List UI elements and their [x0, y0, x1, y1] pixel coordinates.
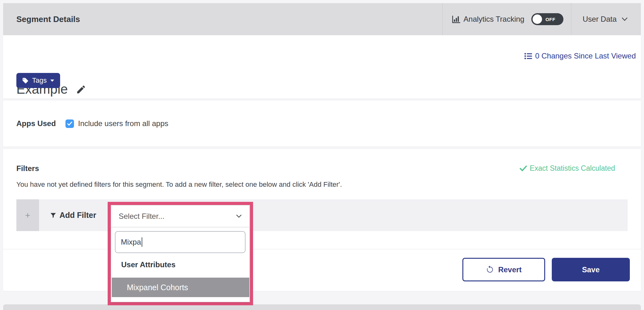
tags-caret-icon	[50, 79, 54, 82]
tag-icon	[22, 77, 29, 84]
apps-used-label: Apps Used	[16, 119, 65, 128]
dropdown-option-mixpanel-cohorts[interactable]: Mixpanel Cohorts	[112, 278, 249, 297]
changes-since-last-viewed-link[interactable]: 0 Changes Since Last Viewed	[524, 52, 636, 60]
revert-icon	[486, 266, 494, 274]
header-right: Analytics Tracking OFF User Data	[442, 3, 641, 35]
include-all-apps-checkbox[interactable]	[65, 119, 74, 128]
analytics-tracking-toggle[interactable]: OFF	[531, 13, 563, 25]
select-filter-dropdown[interactable]: Select Filter...	[111, 205, 250, 227]
changes-link-label: 0 Changes Since Last Viewed	[535, 52, 636, 60]
save-button[interactable]: Save	[552, 258, 630, 281]
status-check-icon	[520, 165, 527, 171]
filter-dropdown-panel: Mixpa User Attributes Mixpanel Cohorts	[111, 227, 250, 302]
header-bar: Segment Details Analytics Tracking OFF U…	[3, 3, 641, 35]
footer-divider	[3, 249, 641, 249]
edit-pencil-icon[interactable]	[76, 84, 86, 95]
exact-statistics-status: Exact Statistics Calculated	[520, 164, 615, 173]
toggle-knob	[533, 14, 542, 24]
filters-title: Filters	[16, 164, 39, 173]
filter-search-input[interactable]: Mixpa	[115, 231, 246, 253]
dropdown-group-header: User Attributes	[121, 260, 175, 269]
save-button-label: Save	[582, 265, 600, 274]
exact-statistics-label: Exact Statistics Calculated	[530, 164, 615, 173]
filter-search-value: Mixpa	[121, 238, 141, 246]
tags-button-label: Tags	[32, 76, 47, 85]
user-data-menu[interactable]: User Data	[571, 15, 628, 24]
apps-used-card: Apps Used Include users from all apps	[3, 101, 641, 147]
analytics-icon	[452, 15, 460, 23]
add-filter-funnel-icon	[50, 212, 56, 219]
add-filter-label: Add Filter	[59, 211, 96, 220]
add-filter-plus-button[interactable]: +	[16, 199, 39, 231]
include-all-apps-label: Include users from all apps	[78, 119, 168, 128]
filters-card: Filters Exact Statistics Calculated You …	[3, 149, 641, 291]
toggle-state-label: OFF	[545, 17, 556, 22]
tags-button[interactable]: Tags	[16, 73, 60, 88]
user-data-chevron-icon	[622, 17, 628, 21]
select-filter-placeholder: Select Filter...	[119, 212, 164, 221]
add-filter-button[interactable]: Add Filter	[50, 211, 96, 220]
filters-description: You have not yet defined filters for thi…	[16, 180, 342, 189]
analytics-tracking-group: Analytics Tracking	[443, 15, 531, 24]
changes-list-icon	[524, 53, 532, 59]
text-cursor	[142, 237, 142, 247]
checkbox-check-icon	[67, 121, 72, 126]
revert-button[interactable]: Revert	[462, 258, 545, 281]
segment-name-card: Example Tags 0 Changes Since Last Viewed	[3, 35, 641, 98]
analytics-tracking-label: Analytics Tracking	[464, 15, 524, 24]
select-chevron-icon	[236, 214, 242, 218]
revert-button-label: Revert	[498, 265, 522, 274]
user-data-label: User Data	[583, 15, 617, 24]
next-section-bar	[3, 304, 641, 310]
page-title: Segment Details	[16, 14, 80, 24]
segment-details-page: Segment Details Analytics Tracking OFF U…	[0, 0, 644, 310]
annotation-highlight-box: Select Filter... Mixpa User Attributes M…	[108, 202, 253, 305]
